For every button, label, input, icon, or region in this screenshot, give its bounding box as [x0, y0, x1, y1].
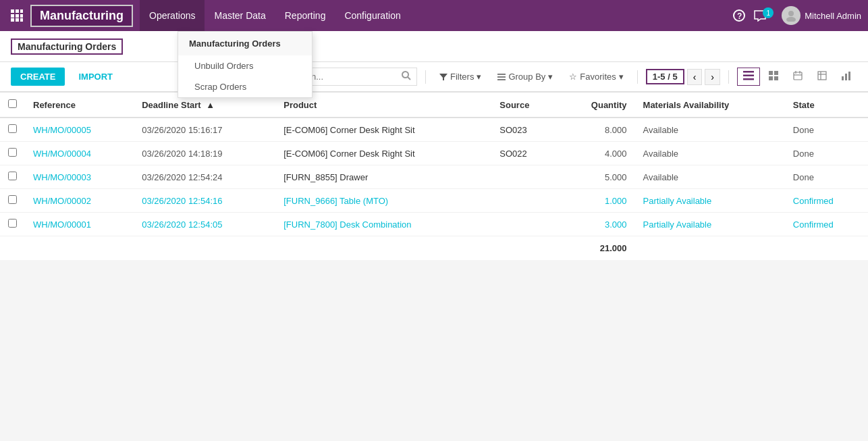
svg-rect-6 — [11, 18, 14, 22]
action-bar: CREATE IMPORT Filters ▾ — [0, 62, 868, 92]
select-all-checkbox[interactable] — [8, 99, 17, 108]
svg-rect-21 — [743, 78, 754, 80]
reference-link[interactable]: WH/MO/00002 — [33, 196, 91, 206]
deadline-value[interactable]: 03/26/2020 14:18:19 — [142, 149, 222, 159]
reference-link[interactable]: WH/MO/00003 — [33, 172, 91, 182]
page-header: Manufacturing Orders — [0, 31, 868, 62]
reference-link[interactable]: WH/MO/00005 — [33, 125, 91, 135]
cell-materials-availability: Partially Available — [635, 189, 785, 213]
separator — [425, 70, 426, 84]
state-value[interactable]: Confirmed — [793, 196, 834, 206]
svg-rect-2 — [20, 9, 23, 13]
grid-menu-icon[interactable] — [7, 5, 27, 26]
nav-operations[interactable]: Operations — [140, 0, 205, 31]
svg-rect-25 — [774, 76, 778, 80]
import-button[interactable]: IMPORT — [72, 68, 119, 86]
svg-rect-1 — [16, 9, 19, 13]
source-value: SO022 — [499, 149, 526, 159]
pivot-view-icon[interactable] — [811, 68, 833, 86]
deadline-value[interactable]: 03/26/2020 12:54:05 — [142, 219, 222, 230]
svg-rect-0 — [11, 9, 14, 13]
svg-rect-34 — [845, 74, 847, 80]
state-value: Done — [793, 172, 814, 182]
row-select-checkbox[interactable] — [8, 124, 17, 133]
product-value: [FURN_8855] Drawer — [283, 172, 368, 182]
col-quantity: Quantity — [559, 93, 634, 118]
pagination-prev[interactable]: ‹ — [687, 69, 703, 85]
reference-link[interactable]: WH/MO/00001 — [33, 219, 91, 230]
table-row: WH/MO/00004 03/26/2020 14:18:19 [E-COM06… — [0, 142, 868, 165]
operations-dropdown: Manufacturing Orders Unbuild Orders Scra… — [178, 31, 313, 98]
favorites-chevron: ▾ — [619, 72, 624, 82]
availability-value: Available — [643, 149, 679, 159]
nav-reporting[interactable]: Reporting — [275, 0, 335, 31]
row-select-checkbox[interactable] — [8, 195, 17, 204]
product-value[interactable]: [FURN_7800] Desk Combination — [283, 219, 411, 230]
filters-button[interactable]: Filters ▾ — [434, 69, 487, 84]
table-wrapper: Reference Deadline Start ▲ Product Sourc… — [0, 92, 868, 260]
cell-materials-availability: Available — [635, 165, 785, 189]
product-value[interactable]: [FURN_9666] Table (MTO) — [283, 196, 388, 206]
kanban-view-icon[interactable] — [763, 68, 784, 86]
groupby-button[interactable]: Group By ▾ — [492, 69, 558, 84]
nav-master-data[interactable]: Master Data — [205, 0, 275, 31]
page-title: Manufacturing Orders — [11, 38, 123, 55]
table-row: WH/MO/00001 03/26/2020 12:54:05 [FURN_78… — [0, 213, 868, 236]
pagination-next[interactable]: › — [705, 69, 720, 85]
cell-deadline-start: 03/26/2020 12:54:16 — [134, 189, 275, 213]
row-select-checkbox[interactable] — [8, 148, 17, 157]
row-checkbox-cell — [0, 118, 25, 142]
calendar-view-icon[interactable] — [787, 68, 809, 86]
cell-deadline-start: 03/26/2020 15:16:17 — [134, 118, 275, 142]
help-icon[interactable]: ? — [733, 9, 745, 22]
cell-deadline-start: 03/26/2020 12:54:05 — [134, 213, 275, 236]
cell-state: Confirmed — [785, 213, 868, 236]
product-value: [E-COM06] Corner Desk Right Sit — [283, 149, 414, 159]
separator2 — [637, 70, 638, 84]
product-value: [E-COM06] Corner Desk Right Sit — [283, 125, 414, 135]
col-reference: Reference — [25, 93, 134, 118]
view-icons — [737, 68, 857, 86]
favorites-label: Favorites — [580, 72, 616, 82]
svg-point-12 — [786, 17, 796, 22]
quantity-value: 4.000 — [605, 149, 627, 159]
select-all-header[interactable] — [0, 93, 25, 118]
svg-rect-5 — [20, 14, 23, 18]
dropdown-manufacturing-orders[interactable]: Manufacturing Orders — [178, 32, 312, 55]
search-icon[interactable] — [402, 71, 411, 82]
svg-rect-33 — [842, 76, 844, 80]
quantity-value: 5.000 — [605, 172, 627, 182]
reference-link[interactable]: WH/MO/00004 — [33, 149, 91, 159]
col-materials-availability: Materials Availability — [635, 93, 785, 118]
state-value[interactable]: Confirmed — [793, 219, 834, 230]
create-button[interactable]: CREATE — [11, 68, 65, 86]
cell-state: Done — [785, 165, 868, 189]
table-row: WH/MO/00003 03/26/2020 12:54:24 [FURN_88… — [0, 165, 868, 189]
graph-view-icon[interactable] — [836, 68, 857, 86]
cell-product: [FURN_8855] Drawer — [275, 165, 491, 189]
app-brand[interactable]: Manufacturing — [30, 5, 133, 27]
svg-rect-8 — [20, 18, 23, 22]
deadline-value[interactable]: 03/26/2020 12:54:16 — [142, 196, 222, 206]
list-view-icon[interactable] — [737, 68, 760, 86]
state-value: Done — [793, 149, 814, 159]
row-select-checkbox[interactable] — [8, 172, 17, 180]
user-menu[interactable]: Mitchell Admin — [782, 6, 861, 25]
dropdown-scrap-orders[interactable]: Scrap Orders — [178, 76, 312, 97]
cell-reference: WH/MO/00003 — [25, 165, 134, 189]
svg-rect-24 — [769, 76, 773, 80]
cell-quantity: 1.000 — [559, 189, 634, 213]
availability-value: Partially Available — [643, 196, 712, 206]
favorites-button[interactable]: ☆ Favorites ▾ — [564, 69, 628, 84]
dropdown-unbuild-orders[interactable]: Unbuild Orders — [178, 55, 312, 76]
cell-product: [E-COM06] Corner Desk Right Sit — [275, 118, 491, 142]
row-select-checkbox[interactable] — [8, 219, 17, 228]
row-checkbox-cell — [0, 189, 25, 213]
nav-configuration[interactable]: Configuration — [335, 0, 410, 31]
total-quantity: 21.000 — [559, 236, 634, 261]
deadline-value[interactable]: 03/26/2020 15:16:17 — [142, 125, 222, 135]
sort-arrow-deadline: ▲ — [206, 100, 215, 110]
star-icon: ☆ — [569, 72, 577, 82]
cell-quantity: 4.000 — [559, 142, 634, 165]
deadline-value[interactable]: 03/26/2020 12:54:24 — [142, 172, 222, 182]
